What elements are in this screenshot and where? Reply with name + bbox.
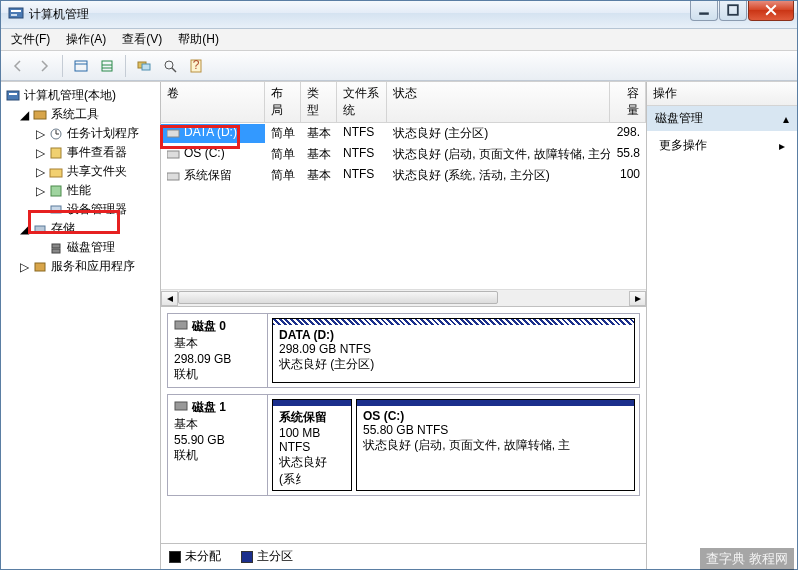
svg-rect-31: [167, 151, 179, 158]
expand-icon[interactable]: ▷: [35, 185, 46, 196]
close-button[interactable]: [748, 1, 794, 21]
chevron-right-icon: ▸: [779, 139, 785, 153]
expand-icon[interactable]: ▷: [35, 128, 46, 139]
volume-list-header[interactable]: 卷 布局 类型 文件系统 状态 容量: [161, 82, 646, 123]
disk-info[interactable]: 磁盘 0 基本 298.09 GB 联机: [168, 314, 268, 387]
svg-rect-34: [175, 402, 187, 410]
legend: 未分配 主分区: [161, 543, 646, 569]
disk-block[interactable]: 磁盘 1 基本 55.90 GB 联机 系统保留 100 MB NTFS 状态良…: [167, 394, 640, 496]
svg-rect-16: [7, 91, 19, 100]
svg-rect-1: [11, 10, 21, 12]
volume-row[interactable]: 系统保留 简单 基本 NTFS 状态良好 (系统, 活动, 主分区) 100: [161, 165, 646, 186]
volume-row[interactable]: DATA (D:) 简单 基本 NTFS 状态良好 (主分区) 298.: [161, 123, 646, 144]
legend-swatch-unallocated: [169, 551, 181, 563]
disk-info[interactable]: 磁盘 1 基本 55.90 GB 联机: [168, 395, 268, 495]
svg-rect-5: [75, 61, 87, 71]
column-filesystem[interactable]: 文件系统: [337, 82, 387, 122]
nav-forward-button[interactable]: [33, 55, 55, 77]
partition-band: [273, 400, 351, 406]
expand-icon[interactable]: ▷: [19, 261, 30, 272]
maximize-button[interactable]: [719, 1, 747, 21]
watermark: 查字典 教程网: [700, 548, 794, 570]
navigation-tree[interactable]: 计算机管理(本地) ◢系统工具 ▷任务计划程序 ▷事件查看器 ▷共享文件夹 ▷性…: [1, 82, 161, 569]
toolbar-separator: [62, 55, 63, 77]
column-type[interactable]: 类型: [301, 82, 337, 122]
volume-icon: [167, 148, 181, 160]
menu-file[interactable]: 文件(F): [5, 29, 56, 50]
svg-rect-33: [175, 321, 187, 329]
legend-swatch-primary: [241, 551, 253, 563]
scroll-track[interactable]: [178, 291, 629, 306]
tree-system-tools[interactable]: ◢系统工具: [3, 105, 158, 124]
titlebar[interactable]: 计算机管理: [1, 1, 797, 29]
toolbar: ?: [1, 51, 797, 81]
partition-box[interactable]: DATA (D:) 298.09 GB NTFS 状态良好 (主分区): [272, 318, 635, 383]
volume-row[interactable]: OS (C:) 简单 基本 NTFS 状态良好 (启动, 页面文件, 故障转储,…: [161, 144, 646, 165]
svg-rect-4: [728, 5, 738, 15]
collapse-icon[interactable]: ◢: [19, 109, 30, 120]
svg-rect-3: [699, 12, 709, 14]
actions-category[interactable]: 磁盘管理 ▴: [647, 106, 797, 131]
svg-rect-11: [142, 64, 150, 70]
tree-disk-management[interactable]: 磁盘管理: [3, 238, 158, 257]
nav-back-button[interactable]: [7, 55, 29, 77]
tree-root[interactable]: 计算机管理(本地): [3, 86, 158, 105]
svg-rect-28: [52, 249, 60, 253]
svg-rect-30: [167, 130, 179, 137]
toolbar-refresh-button[interactable]: [96, 55, 118, 77]
scroll-right-button[interactable]: ▸: [629, 291, 646, 306]
app-icon: [8, 6, 24, 22]
column-volume[interactable]: 卷: [161, 82, 265, 122]
column-capacity[interactable]: 容量: [610, 82, 646, 122]
tree-device-manager[interactable]: 设备管理器: [3, 200, 158, 219]
disk-graphical-view: 磁盘 0 基本 298.09 GB 联机 DATA (D:) 298.09 GB…: [161, 307, 646, 543]
svg-rect-22: [51, 148, 61, 158]
expand-icon[interactable]: ▷: [35, 147, 46, 158]
disk-icon: [174, 399, 188, 416]
tree-performance[interactable]: ▷性能: [3, 181, 158, 200]
volume-list: 卷 布局 类型 文件系统 状态 容量 DATA (D:) 简单 基本 NTFS …: [161, 82, 646, 307]
svg-rect-26: [35, 226, 45, 232]
column-layout[interactable]: 布局: [265, 82, 301, 122]
actions-pane: 操作 磁盘管理 ▴ 更多操作 ▸: [647, 82, 797, 569]
center-pane: 卷 布局 类型 文件系统 状态 容量 DATA (D:) 简单 基本 NTFS …: [161, 82, 647, 569]
tree-event-viewer[interactable]: ▷事件查看器: [3, 143, 158, 162]
svg-text:?: ?: [193, 59, 200, 72]
toolbar-settings-button[interactable]: [133, 55, 155, 77]
disk-icon: [174, 318, 188, 335]
toolbar-zoom-button[interactable]: [159, 55, 181, 77]
menu-view[interactable]: 查看(V): [116, 29, 168, 50]
toolbar-help-button[interactable]: ?: [185, 55, 207, 77]
more-actions[interactable]: 更多操作 ▸: [647, 131, 797, 160]
collapse-icon[interactable]: ◢: [19, 223, 30, 234]
svg-rect-32: [167, 173, 179, 180]
minimize-button[interactable]: [690, 1, 718, 21]
expand-icon[interactable]: ▷: [35, 166, 46, 177]
toolbar-views-button[interactable]: [70, 55, 92, 77]
tree-services-apps[interactable]: ▷服务和应用程序: [3, 257, 158, 276]
menu-help[interactable]: 帮助(H): [172, 29, 225, 50]
horizontal-scrollbar[interactable]: ◂ ▸: [161, 289, 646, 306]
disk-block[interactable]: 磁盘 0 基本 298.09 GB 联机 DATA (D:) 298.09 GB…: [167, 313, 640, 388]
scroll-thumb[interactable]: [178, 291, 498, 304]
partition-box[interactable]: OS (C:) 55.80 GB NTFS 状态良好 (启动, 页面文件, 故障…: [356, 399, 635, 491]
svg-rect-27: [52, 244, 60, 248]
partition-band: [273, 319, 634, 325]
column-status[interactable]: 状态: [387, 82, 610, 122]
tree-task-scheduler[interactable]: ▷任务计划程序: [3, 124, 158, 143]
collapse-up-icon[interactable]: ▴: [783, 112, 789, 126]
partition-box[interactable]: 系统保留 100 MB NTFS 状态良好 (系纟: [272, 399, 352, 491]
svg-point-12: [165, 61, 173, 69]
svg-rect-25: [51, 206, 61, 213]
volume-icon: [167, 170, 181, 182]
menubar: 文件(F) 操作(A) 查看(V) 帮助(H): [1, 29, 797, 51]
menu-action[interactable]: 操作(A): [60, 29, 112, 50]
svg-rect-29: [35, 263, 45, 271]
partition-band: [357, 400, 634, 406]
tree-storage[interactable]: ◢存储: [3, 219, 158, 238]
tree-shared-folders[interactable]: ▷共享文件夹: [3, 162, 158, 181]
svg-rect-17: [9, 93, 17, 95]
svg-line-13: [172, 68, 176, 72]
svg-rect-2: [11, 14, 17, 16]
scroll-left-button[interactable]: ◂: [161, 291, 178, 306]
